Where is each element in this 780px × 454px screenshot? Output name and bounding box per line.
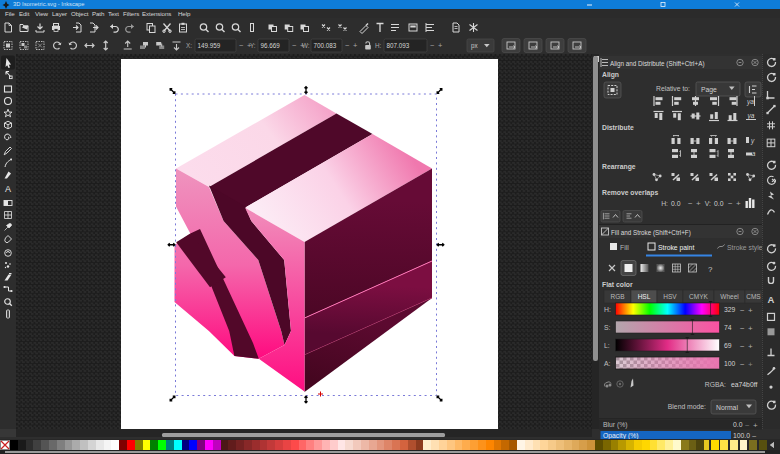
svg-text:Flat color: Flat color	[602, 281, 633, 288]
svg-text:807.093: 807.093	[387, 42, 410, 49]
svg-text:+: +	[353, 41, 358, 50]
svg-text:329: 329	[724, 306, 736, 313]
svg-text:0.0: 0.0	[733, 421, 743, 428]
svg-text:−: −	[292, 41, 297, 50]
svg-text:H:: H:	[604, 306, 611, 313]
svg-text:A:: A:	[604, 360, 611, 367]
svg-text:149.959: 149.959	[198, 42, 221, 49]
svg-text:+: +	[748, 306, 753, 315]
svg-text:+: +	[748, 324, 753, 333]
svg-text:0.0: 0.0	[714, 200, 724, 207]
svg-text:−: −	[745, 421, 750, 430]
svg-text:−: −	[740, 306, 745, 315]
svg-text:700.083: 700.083	[314, 42, 337, 49]
svg-text:+: +	[748, 360, 753, 369]
svg-text:L:: L:	[604, 342, 610, 349]
svg-text:H:: H:	[375, 42, 382, 49]
svg-text:Wheel: Wheel	[720, 293, 739, 300]
svg-text:0.0: 0.0	[671, 200, 681, 207]
svg-text:−: −	[430, 41, 435, 50]
svg-text:−: −	[740, 342, 745, 351]
svg-text:+: +	[438, 41, 443, 50]
svg-text:px: px	[471, 42, 479, 50]
svg-text:HSV: HSV	[663, 293, 677, 300]
svg-text:+: +	[753, 421, 758, 430]
svg-text:+: +	[736, 199, 741, 208]
svg-text:+: +	[696, 199, 701, 208]
svg-text:Rearrange: Rearrange	[602, 163, 636, 171]
svg-text:Normal: Normal	[716, 404, 738, 411]
svg-text:ea74b0ff: ea74b0ff	[731, 381, 757, 388]
svg-text:Align: Align	[602, 71, 619, 79]
svg-text:Relative to:: Relative to:	[656, 85, 690, 92]
svg-text:A: A	[5, 184, 11, 194]
svg-text:69: 69	[724, 342, 732, 349]
svg-text:A: A	[768, 294, 775, 305]
svg-text:CMS: CMS	[746, 293, 761, 300]
svg-text:Distribute: Distribute	[602, 124, 634, 131]
svg-text:a: a	[752, 150, 756, 157]
svg-text:Fill: Fill	[620, 244, 629, 251]
svg-text:CMYK: CMYK	[689, 293, 708, 300]
svg-text:−: −	[688, 199, 693, 208]
svg-text:Stroke style: Stroke style	[727, 244, 762, 252]
svg-text:ya: ya	[746, 98, 754, 106]
svg-text:W:: W:	[302, 42, 310, 49]
svg-text:100: 100	[724, 360, 736, 367]
svg-text:Page: Page	[701, 86, 717, 94]
svg-text:RGBA:: RGBA:	[705, 381, 726, 388]
svg-text:−: −	[740, 360, 745, 369]
svg-text:RGB: RGB	[610, 293, 624, 300]
svg-text:Y:: Y:	[250, 42, 256, 49]
svg-text:Stroke paint: Stroke paint	[658, 244, 694, 252]
svg-text:96.669: 96.669	[261, 42, 281, 49]
svg-text:−: −	[728, 199, 733, 208]
svg-text:Blend mode:: Blend mode:	[668, 403, 706, 410]
svg-text:Blur (%): Blur (%)	[603, 421, 628, 429]
svg-text:HSL: HSL	[638, 293, 651, 300]
svg-text:−: −	[740, 324, 745, 333]
svg-text:X:: X:	[186, 42, 192, 49]
svg-text:74: 74	[724, 324, 732, 331]
svg-text:H:: H:	[661, 200, 668, 207]
svg-text:Align and Distribute (Shift+Ct: Align and Distribute (Shift+Ctrl+A)	[610, 60, 705, 68]
svg-text:−: −	[345, 41, 350, 50]
svg-text:Fill and Stroke (Shift+Ctrl+F): Fill and Stroke (Shift+Ctrl+F)	[611, 229, 691, 237]
svg-text:100.0: 100.0	[733, 432, 750, 439]
svg-text:V:: V:	[705, 200, 711, 207]
svg-text:S:: S:	[604, 324, 611, 331]
svg-text:Remove overlaps: Remove overlaps	[602, 189, 659, 197]
svg-text:ya: ya	[747, 112, 755, 120]
svg-text:+: +	[748, 342, 753, 351]
svg-text:−: −	[239, 41, 244, 50]
svg-text:?: ?	[708, 265, 713, 274]
